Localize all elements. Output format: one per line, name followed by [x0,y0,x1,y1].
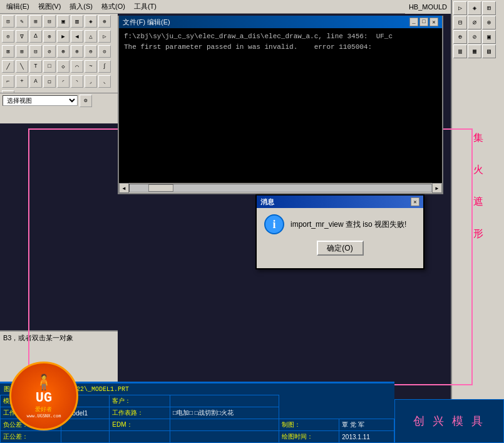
tb-btn-13[interactable]: ▶ [57,30,69,43]
tb-btn-20[interactable]: ⊘ [43,45,56,58]
error-maximize-btn[interactable]: □ [419,18,428,26]
tb-btn-6[interactable]: ▥ [71,15,83,28]
status-settings-btn[interactable]: ⚙ [80,95,92,107]
scroll-left-arrow[interactable]: ◀ [119,183,129,193]
status-cell-15: 正公差： [1,431,61,443]
tb-btn-5[interactable]: ▣ [57,15,69,28]
tb-btn-39[interactable]: ◞ [85,75,97,88]
right-toolbar-btn-11[interactable]: ▦ [468,44,481,58]
error-minimize-btn[interactable]: _ [409,18,418,26]
tb-btn-10[interactable]: ∇ [16,30,28,43]
tb-btn-38[interactable]: ◝ [71,75,83,88]
ug-logo-sub: 爱好者 [27,405,61,414]
tb-btn-34[interactable]: + [16,75,28,88]
ug-logo-text: UG [27,392,61,405]
tb-btn-37[interactable]: ◜ [57,75,69,88]
tb-btn-28[interactable]: □ [43,60,56,73]
tb-btn-7[interactable]: ◈ [85,15,97,28]
ug-logo-url: www.UGSNX.com [27,414,61,419]
right-toolbar-btn-2[interactable]: ◈ [468,1,481,15]
tb-btn-19[interactable]: ⊟ [29,45,42,58]
status-cell-19: 绘图时间： [279,431,339,443]
status-cell-8: □电加□ □战切割□火花 [170,407,279,419]
right-toolbar-btn-12[interactable]: ▧ [482,44,496,58]
error-title-text: 文件(F) 编辑(E) [123,18,170,27]
dialog-title: 消息 [260,197,274,207]
right-toolbar-btn-10[interactable]: ▥ [453,44,467,58]
top-right-title: HB_MOULD [405,3,451,11]
tb-btn-32[interactable]: ∫ [98,60,111,73]
scroll-track[interactable] [129,184,432,192]
top-right-toolbar: HB_MOULD [405,0,451,14]
toolbar-row-2: ⊙ ∇ ∆ ⊗ ▶ ◀ △ ▷ [0,29,118,44]
tb-btn-4[interactable]: ⊟ [43,15,56,28]
company-text: 创 兴 模 具 [413,414,485,429]
tb-btn-36[interactable]: ◻ [43,75,56,88]
right-toolbar-btn-8[interactable]: ⊘ [468,30,481,44]
status-cell-12 [170,419,279,431]
tb-btn-16[interactable]: ▷ [98,30,111,43]
tb-btn-33[interactable]: ⌐ [2,75,14,88]
dialog-footer: 确定(O) [257,241,423,261]
status-cell-10 [61,419,110,431]
tb-btn-8[interactable]: ⊕ [98,15,111,28]
tb-btn-26[interactable]: ╲ [16,60,28,73]
right-toolbar-btn-4[interactable]: ⊟ [453,16,467,29]
tb-btn-31[interactable]: ~ [85,60,97,73]
tb-btn-21[interactable]: ⊛ [57,45,69,58]
right-toolbar-btn-3[interactable]: ⊞ [482,1,496,15]
error-close-btn[interactable]: ✕ [429,18,438,26]
tb-btn-30[interactable]: ⌒ [71,60,83,73]
error-titlebar: 文件(F) 编辑(E) _ □ ✕ [119,16,442,28]
menu-insert[interactable]: 插入(S) [66,1,96,13]
company-area: 创 兴 模 具 [394,399,504,443]
error-line-2: The first parameter passed in was invali… [124,42,437,53]
menu-format[interactable]: 格式(O) [98,1,129,13]
message-dialog: 消息 ✕ i import_mr_view 查找 iso 视图失败! 确定(O) [255,194,424,269]
dialog-body: i import_mr_view 查找 iso 视图失败! [257,208,423,241]
tb-btn-2[interactable]: ✎ [16,15,28,28]
right-toolbar-btn-7[interactable]: ⊕ [453,30,467,44]
status-cell-14: 覃 党 军 [339,419,394,431]
status-cell-18 [170,431,279,443]
tb-btn-14[interactable]: ◀ [71,30,83,43]
tb-btn-15[interactable]: △ [85,30,97,43]
tb-btn-35[interactable]: A [29,75,42,88]
status-cell-17 [110,431,170,443]
tb-btn-25[interactable]: ╱ [2,60,14,73]
dialog-message: import_mr_view 查找 iso 视图失败! [291,219,406,230]
tb-btn-9[interactable]: ⊙ [2,30,14,43]
tb-btn-11[interactable]: ∆ [29,30,42,43]
right-toolbar-btn-1[interactable]: ▷ [453,1,467,15]
tb-btn-29[interactable]: ◇ [57,60,69,73]
right-toolbar-btn-5[interactable]: ∅ [468,16,481,29]
menu-edit[interactable]: 编辑(E) [3,1,33,13]
right-toolbar-btn-6[interactable]: ⊗ [482,16,496,29]
tb-btn-27[interactable]: T [29,60,42,73]
toolbar-row-5: ⌐ + A ◻ ◜ ◝ ◞ ◟ [0,74,118,89]
tb-btn-18[interactable]: ⊞ [16,45,28,58]
tb-btn-23[interactable]: ⊜ [85,45,97,58]
ug-logo-inner: 🧍 UG 爱好者 www.UGSNX.com [27,373,61,419]
dialog-close-btn[interactable]: ✕ [411,197,419,206]
menu-view[interactable]: 视图(V) [34,1,65,13]
tb-btn-22[interactable]: ⊚ [71,45,83,58]
status-dropdown[interactable]: 选择视图 [3,95,78,106]
scroll-thumb[interactable] [148,184,173,192]
info-icon: i [264,214,284,234]
status-cell-3: 客户： [110,395,170,407]
tb-btn-24[interactable]: ⊝ [98,45,111,58]
tb-btn-17[interactable]: ⊠ [2,45,14,58]
error-window: 文件(F) 编辑(E) _ □ ✕ f:\zbj\sy\ju_c_sy\elec… [118,16,443,194]
right-toolbar-btn-9[interactable]: ▣ [482,30,496,44]
menu-tools[interactable]: 工具(T) [130,1,160,13]
tb-btn-3[interactable]: ⊞ [29,15,42,28]
error-scrollbar-horizontal: ◀ ▶ [119,183,442,193]
dialog-ok-button[interactable]: 确定(O) [317,241,364,256]
status-cell-20: 2013.1.11 [339,431,394,443]
tb-btn-40[interactable]: ◟ [98,75,111,88]
scroll-right-arrow[interactable]: ▶ [432,183,442,193]
tb-btn-12[interactable]: ⊗ [43,30,56,43]
error-content: f:\zbj\sy\ju_c_sy\elec_draw_a_dis\elec_d… [119,28,442,185]
tb-btn-1[interactable]: ⊡ [2,15,14,28]
